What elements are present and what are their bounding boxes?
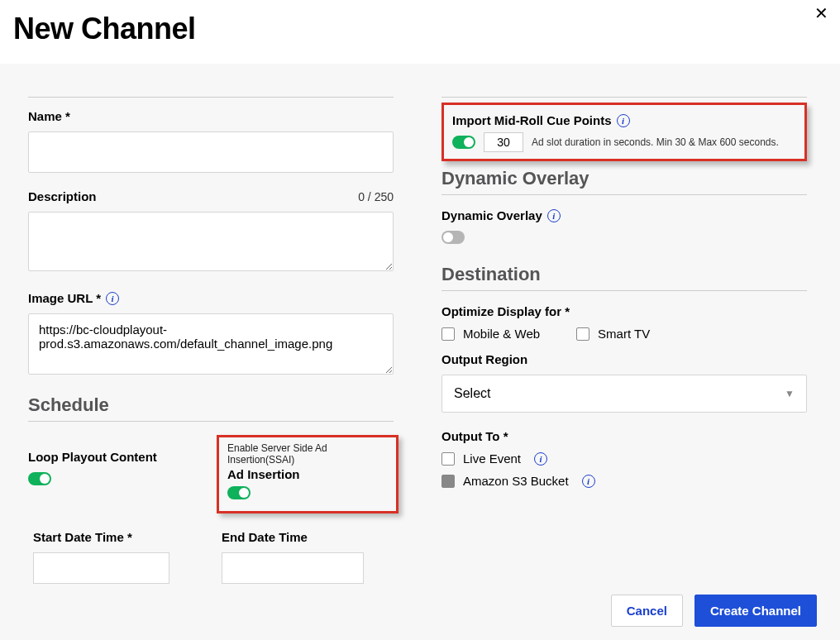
live-event-checkbox[interactable] xyxy=(441,452,455,466)
mobile-web-label: Mobile & Web xyxy=(463,327,540,341)
image-url-input[interactable] xyxy=(28,313,394,375)
output-region-label: Output Region xyxy=(441,352,807,366)
info-icon[interactable]: i xyxy=(106,292,119,305)
loop-playout-toggle[interactable] xyxy=(28,472,51,485)
divider xyxy=(441,97,807,98)
description-counter: 0 / 250 xyxy=(358,190,394,203)
optimize-display-label: Optimize Display for * xyxy=(441,304,807,318)
ssai-note: Enable Server Side Ad Insertion(SSAI) xyxy=(227,442,388,466)
name-input[interactable] xyxy=(28,131,394,173)
import-cue-label: Import Mid-Roll Cue Points xyxy=(452,113,612,127)
info-icon[interactable]: i xyxy=(617,114,630,127)
end-datetime-label: End Date Time xyxy=(222,530,394,544)
create-channel-button[interactable]: Create Channel xyxy=(694,595,817,627)
close-icon[interactable]: ✕ xyxy=(814,3,828,23)
divider xyxy=(28,421,394,422)
end-datetime-input[interactable] xyxy=(222,552,364,584)
divider xyxy=(441,290,807,291)
mobile-web-checkbox[interactable] xyxy=(441,327,455,341)
description-label: Description xyxy=(28,189,97,203)
ad-insertion-label: Ad Insertion xyxy=(227,467,388,481)
description-input[interactable] xyxy=(28,212,394,271)
cancel-button[interactable]: Cancel xyxy=(611,595,683,627)
dynamic-overlay-label: Dynamic Overlay xyxy=(441,208,542,222)
ad-insertion-toggle[interactable] xyxy=(227,486,251,499)
destination-section-title: Destination xyxy=(441,264,807,285)
duration-help-text: Ad slot duration in seconds. Min 30 & Ma… xyxy=(532,136,779,148)
info-icon[interactable]: i xyxy=(582,475,595,488)
image-url-label: Image URL * i xyxy=(28,291,394,305)
import-cue-toggle[interactable] xyxy=(452,136,475,149)
name-label: Name * xyxy=(28,109,394,123)
select-placeholder: Select xyxy=(454,386,490,401)
import-cue-highlight: Import Mid-Roll Cue Points i Ad slot dur… xyxy=(441,103,807,161)
image-url-label-text: Image URL * xyxy=(28,291,101,305)
chevron-down-icon: ▼ xyxy=(785,388,795,399)
dynamic-overlay-section-title: Dynamic Overlay xyxy=(441,168,807,189)
dynamic-overlay-toggle[interactable] xyxy=(441,231,465,244)
ad-slot-duration-input[interactable] xyxy=(484,132,523,152)
info-icon[interactable]: i xyxy=(534,452,547,466)
output-to-label: Output To * xyxy=(441,429,807,443)
live-event-label: Live Event xyxy=(463,451,521,466)
divider xyxy=(441,194,807,195)
info-icon[interactable]: i xyxy=(547,209,561,222)
s3-bucket-checkbox[interactable] xyxy=(441,475,455,488)
output-region-select[interactable]: Select ▼ xyxy=(441,375,807,413)
smart-tv-checkbox[interactable] xyxy=(576,327,589,341)
loop-playout-label: Loop Playout Content xyxy=(28,450,200,464)
schedule-section-title: Schedule xyxy=(28,394,394,416)
start-datetime-label: Start Date Time * xyxy=(28,530,200,544)
smart-tv-label: Smart TV xyxy=(598,327,650,341)
divider xyxy=(28,97,394,98)
s3-bucket-label: Amazon S3 Bucket xyxy=(463,474,569,488)
start-datetime-input[interactable] xyxy=(33,552,169,584)
page-title: New Channel xyxy=(13,12,827,46)
ad-insertion-highlight: Enable Server Side Ad Insertion(SSAI) Ad… xyxy=(217,435,399,513)
